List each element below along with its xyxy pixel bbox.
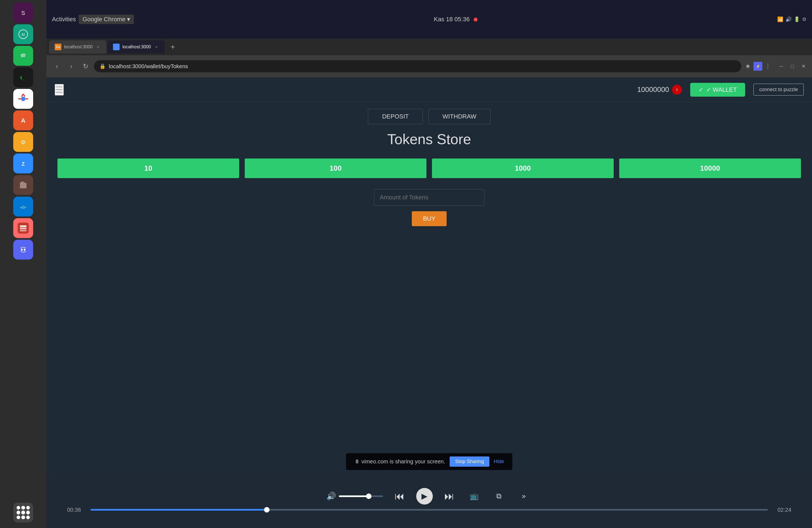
svg-text:T: T <box>676 89 678 92</box>
chrome-menu-label[interactable]: Google Chrome ▾ <box>79 15 134 24</box>
bookmark-icon[interactable]: ★ <box>743 62 752 71</box>
window-controls: ─ □ ✕ <box>777 62 808 70</box>
progress-bar[interactable] <box>91 509 768 511</box>
tab-label: localhost:3000 <box>64 44 92 49</box>
package-manager-icon[interactable]: ⚙ <box>13 132 33 152</box>
nav-buttons: DEPOSIT WITHDRAW <box>46 102 812 131</box>
grid-dot <box>21 511 25 514</box>
wallet-label: ✓ WALLET <box>706 86 737 93</box>
progress-row: 00:36 02:24 <box>63 507 795 513</box>
slack-icon[interactable]: S <box>13 3 33 23</box>
forward-button[interactable]: › <box>65 60 77 72</box>
browser-tab-inactive[interactable]: Co localhost:3000 × <box>49 40 106 54</box>
svg-text:A: A <box>21 117 25 124</box>
volume-slider[interactable] <box>339 495 383 497</box>
lock-icon: 🔒 <box>99 63 105 69</box>
zoom-icon[interactable]: Z <box>13 153 33 173</box>
stop-sharing-button[interactable]: Stop Sharing <box>450 456 489 467</box>
video-controls: 🔊 ⏮ ▶ ⏭ 📺 ⧉ » <box>327 488 532 504</box>
grid-dot <box>17 506 20 510</box>
discord-icon[interactable] <box>13 240 33 260</box>
activities-label[interactable]: Activities <box>52 16 76 23</box>
token-amount-10[interactable]: 10 <box>57 159 239 178</box>
fast-forward-button[interactable]: ⏭ <box>441 488 458 504</box>
system-clock: Kas 18 05:36 <box>136 16 775 23</box>
screen-share-text: ⏸ vimeo.com is sharing your screen. <box>354 458 445 465</box>
system-bar-left: Activities Google Chrome ▾ <box>52 15 134 24</box>
svg-rect-21 <box>20 225 27 227</box>
url-text: localhost:3000/wallet/buyTokens <box>109 63 188 70</box>
active-tab-close-button[interactable]: × <box>154 44 159 50</box>
terminal-icon[interactable]: $_ <box>13 68 33 87</box>
balance-display: 10000000 T <box>637 85 682 95</box>
grid-dot <box>17 511 20 514</box>
grid-dot <box>17 516 20 519</box>
chrome-menu-button[interactable]: ⋮ <box>764 62 772 71</box>
files-icon[interactable] <box>13 175 33 195</box>
token-amount-1000[interactable]: 1000 <box>432 159 614 178</box>
minimize-button[interactable]: ─ <box>777 62 785 70</box>
total-time: 02:24 <box>773 507 795 513</box>
volume-icon: 🔊 <box>327 492 336 501</box>
withdraw-button[interactable]: WITHDRAW <box>429 109 491 124</box>
tab-close-button[interactable]: × <box>95 44 101 50</box>
chatgpt-icon[interactable]: AI <box>13 24 33 44</box>
browser-toolbar: ‹ › ↻ 🔒 localhost:3000/wallet/buyTokens … <box>46 55 812 77</box>
page-title: Tokens Store <box>57 131 801 147</box>
grid-dot <box>21 506 25 510</box>
svg-text:</>: </> <box>20 205 26 210</box>
svg-rect-24 <box>18 244 29 255</box>
layers-icon[interactable] <box>13 218 33 238</box>
pip-button[interactable]: ⧉ <box>491 488 507 504</box>
address-bar[interactable]: 🔒 localhost:3000/wallet/buyTokens <box>94 60 741 72</box>
current-time: 00:36 <box>63 507 85 513</box>
software-center-icon[interactable]: A <box>13 111 33 130</box>
app-grid-button[interactable] <box>13 503 33 523</box>
svg-point-8 <box>21 97 25 101</box>
browser-tab-active[interactable]: localhost:3000 × <box>107 40 164 54</box>
new-tab-button[interactable]: + <box>166 40 179 54</box>
system-bar: Activities Google Chrome ▾ Kas 18 05:36 … <box>46 0 812 39</box>
play-button[interactable]: ▶ <box>416 488 433 504</box>
vscode-icon[interactable]: </> <box>13 196 33 217</box>
settings-icon[interactable]: ⚙ <box>802 16 807 23</box>
token-amount-100[interactable]: 100 <box>245 159 426 178</box>
menu-button[interactable]: ☰ <box>55 84 64 96</box>
token-input-container: BUY <box>57 189 801 226</box>
token-amount-10000[interactable]: 10000 <box>619 159 801 178</box>
close-window-button[interactable]: ✕ <box>799 62 808 70</box>
svg-point-25 <box>21 249 23 251</box>
deposit-button[interactable]: DEPOSIT <box>368 109 423 124</box>
svg-text:S: S <box>21 10 25 16</box>
active-tab-favicon <box>113 44 120 50</box>
puzzle-extension-icon[interactable]: ⚡ <box>753 62 762 71</box>
app-header: ☰ 10000000 T ✓ ✓ WALLET connect to puzzl… <box>46 77 812 102</box>
buy-button[interactable]: BUY <box>412 211 446 226</box>
left-taskbar: S AI $_ A ⚙ Z </> <box>0 0 46 528</box>
wallet-button[interactable]: ✓ ✓ WALLET <box>690 83 745 97</box>
hide-button[interactable]: Hide <box>494 459 504 465</box>
connect-puzzle-button[interactable]: connect to puzzle <box>753 84 804 96</box>
video-player-bar: 🔊 ⏮ ▶ ⏭ 📺 ⧉ » 00:36 02:24 <box>46 473 812 528</box>
spotify-icon[interactable] <box>13 46 33 66</box>
browser-tabs: Co localhost:3000 × localhost:3000 × + <box>46 39 812 55</box>
back-button[interactable]: ‹ <box>51 60 63 72</box>
connect-puzzle-label: connect to puzzle <box>759 87 798 92</box>
amount-of-tokens-input[interactable] <box>374 189 484 206</box>
maximize-button[interactable]: □ <box>788 62 797 70</box>
chrome-browser-icon[interactable] <box>13 89 33 109</box>
svg-rect-16 <box>20 182 24 183</box>
network-icon: 📶 <box>777 16 783 23</box>
rewind-button[interactable]: ⏮ <box>391 488 408 504</box>
svg-text:⚙: ⚙ <box>21 139 26 145</box>
system-tray: 📶 🔊 🔋 ⚙ <box>777 16 807 23</box>
main-content: Tokens Store 10 100 1000 10000 BUY <box>46 131 812 226</box>
more-options-button[interactable]: » <box>516 488 532 504</box>
reload-button[interactable]: ↻ <box>79 60 92 72</box>
balance-amount: 10000000 <box>637 85 669 94</box>
grid-dot <box>26 511 30 514</box>
cast-button[interactable]: 📺 <box>466 488 482 504</box>
grid-dot <box>21 516 25 519</box>
sound-icon: 🔊 <box>785 16 792 23</box>
svg-rect-23 <box>20 230 27 231</box>
